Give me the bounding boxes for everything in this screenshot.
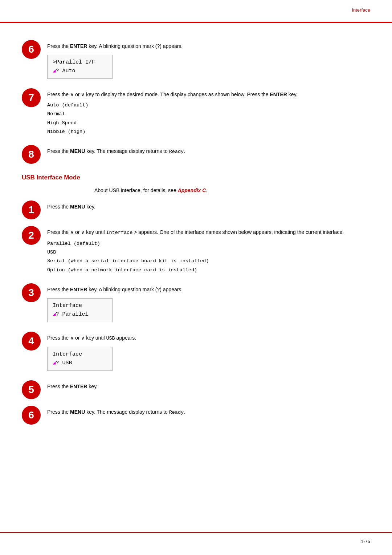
step-6-s1-text: Press the ENTER key. A blinking question… [47, 42, 370, 50]
lcd-s2-step3-line2: ◢? Parallel [53, 310, 107, 319]
step-num-3-s2: 3 [22, 283, 41, 302]
step-7-s1-text: Press the ∧ or ∨ key to display the desi… [47, 90, 370, 99]
step-num-4-s2: 4 [22, 332, 41, 351]
code-s2-line-2: USB [47, 248, 370, 257]
step-num-6-s2: 6 [22, 406, 41, 425]
page-header: Interface [352, 7, 370, 13]
lcd-line2: ◢? Auto [53, 67, 107, 76]
step-4-s2-text: Press the ∧ or ∨ key until USB appears. [47, 334, 370, 343]
lcd-display-step6-s1: >Parallel I/F ◢? Auto [47, 55, 113, 79]
lcd-s2-step4-line2: ◢? USB [53, 359, 107, 368]
code-line-3: High Speed [47, 119, 370, 127]
step-3-section2: 3 Press the ENTER key. A blinking questi… [22, 283, 370, 325]
step-6-s1-content: Press the ENTER key. A blinking question… [47, 40, 370, 82]
step-num-2-s2: 2 [22, 226, 41, 245]
main-content: 6 Press the ENTER key. A blinking questi… [22, 29, 370, 526]
usb-intro-text: About USB interface, for details, see Ap… [94, 186, 370, 195]
step-1-s2-content: Press the MENU key. [47, 200, 370, 212]
step-7-section1: 7 Press the ∧ or ∨ key to display the de… [22, 88, 370, 138]
step-3-s2-content: Press the ENTER key. A blinking question… [47, 283, 370, 325]
step-2-s2-content: Press the ∧ or ∨ key until Interface > a… [47, 226, 370, 276]
step-2-section2: 2 Press the ∧ or ∨ key until Interface >… [22, 226, 370, 276]
lcd-display-step4-s2: Interface ◢? USB [47, 347, 113, 371]
code-s2-line-4: Option (when a network interface card is… [47, 266, 370, 275]
code-line-2: Normal [47, 110, 370, 118]
step-num-1-s2: 1 [22, 200, 41, 219]
step-4-s2-content: Press the ∧ or ∨ key until USB appears. … [47, 332, 370, 374]
step-5-s2-content: Press the ENTER key. [47, 380, 370, 392]
step-6-s2-content: Press the MENU key. The message display … [47, 406, 370, 418]
step-6-section2: 6 Press the MENU key. The message displa… [22, 406, 370, 425]
step-6-s2-text: Press the MENU key. The message display … [47, 408, 370, 417]
code-s2-line-3: Serial (when a serial interface board ki… [47, 257, 370, 266]
header-section-label: Interface [352, 7, 370, 13]
step-8-section1: 8 Press the MENU key. The message displa… [22, 145, 370, 164]
top-border-line [0, 22, 392, 23]
step-num-6-s1: 6 [22, 40, 41, 59]
page: Interface 1-75 6 Press the ENTER key. A … [0, 0, 392, 555]
lcd-display-step3-s2: Interface ◢? Parallel [47, 298, 113, 322]
step-7-s1-content: Press the ∧ or ∨ key to display the desi… [47, 88, 370, 138]
step-6-section1: 6 Press the ENTER key. A blinking questi… [22, 40, 370, 82]
step-5-s2-text: Press the ENTER key. [47, 382, 370, 391]
step-1-section2: 1 Press the MENU key. [22, 200, 370, 219]
step-2-code-block: Parallel (default) USB Serial (when a se… [47, 239, 370, 275]
step-8-s1-text: Press the MENU key. The message display … [47, 147, 370, 156]
code-s2-line-1: Parallel (default) [47, 239, 370, 248]
step-5-section2: 5 Press the ENTER key. [22, 380, 370, 399]
step-num-5-s2: 5 [22, 380, 41, 399]
lcd-line1: >Parallel I/F [53, 58, 107, 67]
step-7-code-block: Auto (default) Normal High Speed Nibble … [47, 101, 370, 136]
lcd-s2-step3-line1: Interface [53, 301, 107, 310]
code-line-4: Nibble (high) [47, 127, 370, 136]
step-8-s1-content: Press the MENU key. The message display … [47, 145, 370, 157]
step-num-8-s1: 8 [22, 145, 41, 164]
usb-interface-mode-heading: USB Interface Mode [22, 174, 370, 181]
page-footer: 1-75 [361, 539, 370, 544]
step-3-s2-text: Press the ENTER key. A blinking question… [47, 285, 370, 294]
step-4-section2: 4 Press the ∧ or ∨ key until USB appears… [22, 332, 370, 374]
code-line-1: Auto (default) [47, 101, 370, 110]
step-1-s2-text: Press the MENU key. [47, 203, 370, 211]
step-num-7-s1: 7 [22, 88, 41, 107]
page-number: 1-75 [361, 539, 370, 544]
step-2-s2-text: Press the ∧ or ∨ key until Interface > a… [47, 228, 370, 237]
appendix-c-link[interactable]: Appendix C [178, 187, 206, 193]
lcd-s2-step4-line1: Interface [53, 350, 107, 359]
bottom-border-line [0, 532, 392, 533]
